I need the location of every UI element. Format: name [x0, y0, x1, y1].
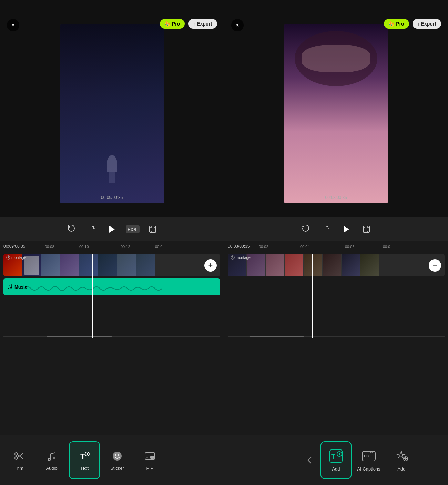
- add-text-label: Add: [332, 466, 340, 472]
- left-close-button[interactable]: ×: [7, 19, 19, 31]
- left-time-total: 00:35: [112, 195, 123, 200]
- right-close-button[interactable]: ×: [231, 19, 244, 31]
- right-time-current: 00:03: [325, 195, 336, 200]
- audio-tool[interactable]: Audio: [36, 441, 67, 479]
- right-thumbnail-strip: [228, 254, 445, 276]
- svg-point-20: [115, 454, 116, 456]
- right-tick-3: 00:06: [345, 245, 355, 249]
- pip-label: PIP: [146, 466, 154, 471]
- thumb-right-4: [285, 254, 304, 276]
- svg-text:T: T: [331, 453, 335, 460]
- right-undo-button[interactable]: [299, 223, 312, 235]
- right-playhead: [312, 254, 313, 338]
- left-timeline[interactable]: 00:09/00:35 00:08 00:10 00:12 00:0 monta…: [0, 241, 224, 338]
- right-tick-1: 00:02: [259, 245, 268, 249]
- left-tick-1: 00:08: [45, 245, 54, 249]
- right-export-icon: ↑: [417, 21, 420, 27]
- right-pro-label: Pro: [396, 21, 404, 27]
- hdr-badge: HDR: [126, 225, 140, 233]
- music-note-icon: [45, 449, 59, 463]
- thumb-left-6: [98, 254, 117, 276]
- left-thumbnail-strip: [3, 254, 220, 276]
- left-fullscreen-button[interactable]: [146, 223, 159, 235]
- right-timeline[interactable]: 00:03/00:35 00:02 00:04 00:06 00:0 monta…: [224, 241, 448, 338]
- sticker-icon: [110, 449, 124, 463]
- thumb-left-5: [79, 254, 98, 276]
- controls-bar: HDR: [0, 217, 448, 241]
- left-pro-button[interactable]: 👑 Pro: [160, 19, 185, 29]
- svg-point-21: [118, 454, 119, 456]
- right-scroll-thumb: [250, 336, 304, 337]
- right-export-label: Export: [421, 21, 436, 27]
- thumb-right-7: [342, 254, 360, 276]
- preview-area: × 👑 Pro ↑ Export 00:09/00:35 ×: [0, 0, 448, 217]
- trim-tool[interactable]: Trim: [3, 441, 34, 479]
- right-current-time: 00:03/00:35: [228, 244, 250, 249]
- svg-marker-0: [109, 226, 115, 233]
- add-text-tool[interactable]: T Add: [320, 441, 352, 479]
- collapse-button[interactable]: [303, 435, 317, 485]
- left-undo-button[interactable]: [65, 223, 78, 235]
- sticker-tool[interactable]: Sticker: [102, 441, 133, 479]
- pip-tool[interactable]: PIP: [134, 441, 165, 479]
- sparkle-add-tool[interactable]: Add: [386, 441, 417, 479]
- right-redo-button[interactable]: [319, 223, 331, 235]
- toolbar-left: Trim Audio T Tex: [0, 435, 303, 485]
- svg-rect-4: [363, 226, 369, 232]
- thumb-right-6: [323, 254, 342, 276]
- right-controls: [224, 222, 448, 237]
- left-playhead: [92, 254, 93, 338]
- text-label: Text: [80, 466, 89, 471]
- right-time-total: 00:35: [337, 195, 347, 200]
- audio-label: Audio: [46, 466, 57, 471]
- right-fullscreen-button[interactable]: [360, 223, 373, 235]
- sparkle-add-icon: [394, 448, 409, 464]
- timeline-combined: 00:09/00:35 00:08 00:10 00:12 00:0 monta…: [0, 241, 448, 338]
- crown-icon: 👑: [165, 21, 171, 27]
- left-top-buttons: 👑 Pro ↑ Export: [160, 19, 217, 29]
- left-current-time: 00:09/00:35: [3, 244, 25, 249]
- svg-point-14: [53, 457, 55, 459]
- svg-point-13: [48, 458, 50, 461]
- pip-icon: [143, 449, 157, 463]
- ai-captions-icon: CC AI: [361, 448, 376, 464]
- left-preview-panel: × 👑 Pro ↑ Export 00:09/00:35: [0, 0, 224, 217]
- right-play-button[interactable]: [338, 222, 353, 237]
- bottom-toolbar: Trim Audio T Tex: [0, 435, 448, 485]
- right-tick-2: 00:04: [300, 245, 310, 249]
- music-track[interactable]: Music: [3, 278, 220, 295]
- right-pro-button[interactable]: 👑 Pro: [384, 19, 409, 29]
- left-add-clip-button[interactable]: +: [204, 259, 217, 272]
- right-add-clip-button[interactable]: +: [429, 259, 441, 272]
- right-export-button[interactable]: ↑ Export: [413, 19, 441, 29]
- ai-captions-tool[interactable]: CC AI AI Captions: [353, 441, 384, 479]
- left-controls: HDR: [0, 222, 224, 237]
- thumb-left-7: [117, 254, 136, 276]
- right-tick-4: 00:0: [383, 245, 390, 249]
- left-play-button[interactable]: [104, 222, 119, 237]
- svg-marker-3: [344, 226, 349, 233]
- toolbar-right: T Add CC AI AI Captions: [317, 435, 448, 485]
- left-tick-3: 00:12: [121, 245, 130, 249]
- left-ruler: 00:09/00:35 00:08 00:10 00:12 00:0: [0, 241, 224, 252]
- right-scrollbar[interactable]: [228, 336, 445, 337]
- right-time-display: 00:03/00:35: [325, 195, 347, 200]
- left-video-track[interactable]: montage +: [3, 254, 220, 276]
- thumb-right-3: [266, 254, 285, 276]
- thumb-left-3: [41, 254, 60, 276]
- left-tick-4: 00:0: [155, 245, 162, 249]
- svg-text:AI: AI: [370, 451, 373, 454]
- left-time-current: 00:09: [101, 195, 111, 200]
- left-time-display: 00:09/00:35: [101, 195, 123, 200]
- svg-point-10: [15, 453, 18, 455]
- timeline-area: 00:09/00:35 00:08 00:10 00:12 00:0 monta…: [0, 241, 448, 338]
- export-icon: ↑: [193, 21, 195, 27]
- svg-text:HDR: HDR: [128, 227, 136, 232]
- left-tick-2: 00:10: [79, 245, 89, 249]
- left-redo-button[interactable]: [84, 223, 97, 235]
- left-scrollbar[interactable]: [3, 336, 220, 337]
- text-tool[interactable]: T Text: [69, 441, 100, 479]
- right-tracks: montage +: [224, 254, 448, 338]
- left-export-button[interactable]: ↑ Export: [188, 19, 217, 29]
- right-video-track[interactable]: montage +: [228, 254, 445, 276]
